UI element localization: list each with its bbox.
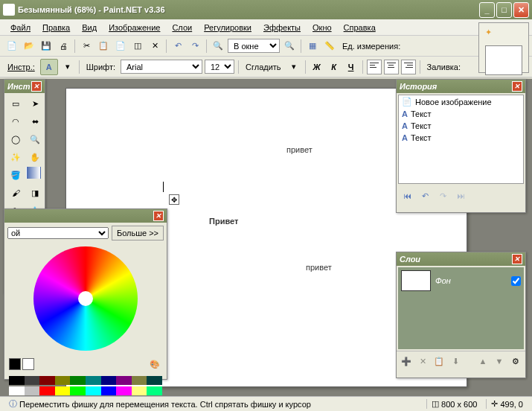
palette-swatch[interactable] — [55, 376, 71, 385]
undo-button[interactable]: ↶ — [170, 39, 185, 54]
history-first-button[interactable]: ⏮ — [400, 188, 414, 203]
menu-view[interactable]: Вид — [76, 22, 103, 34]
merge-layer-button[interactable]: ⬇ — [448, 354, 463, 369]
canvas-text-2[interactable]: Привет — [209, 217, 238, 226]
new-file-button[interactable]: 📄 — [4, 39, 19, 54]
palette-swatch[interactable] — [9, 386, 25, 395]
menu-file[interactable]: Файл — [4, 22, 36, 34]
zoom-select[interactable]: В окне — [228, 39, 280, 53]
history-redo-button[interactable]: ↷ — [435, 188, 450, 203]
menu-help[interactable]: Справка — [338, 22, 382, 34]
palette-swatch[interactable] — [116, 386, 132, 395]
zoom-in-button[interactable]: 🔍 — [282, 39, 297, 54]
layers-panel-title[interactable]: Слои ✕ — [397, 252, 525, 266]
fill-tool[interactable]: 🪣 — [7, 167, 25, 183]
zoom-out-button[interactable]: 🔍 — [211, 39, 225, 54]
document-thumbnail[interactable] — [485, 45, 522, 75]
close-button[interactable]: ✕ — [513, 2, 529, 18]
menu-image[interactable]: Изображение — [103, 22, 166, 34]
layer-down-button[interactable]: ▼ — [492, 354, 507, 369]
history-item[interactable]: 📄Новое изображение — [399, 95, 523, 108]
minimize-button[interactable]: _ — [479, 2, 495, 18]
maximize-button[interactable]: □ — [496, 2, 512, 18]
layer-properties-button[interactable]: ⚙ — [508, 354, 523, 369]
palette-swatch[interactable] — [39, 376, 55, 385]
palette-swatch[interactable] — [39, 386, 55, 395]
history-undo-button[interactable]: ↶ — [417, 188, 432, 203]
history-last-button[interactable]: ⏭ — [453, 188, 468, 203]
brush-tool[interactable]: 🖌 — [7, 185, 25, 201]
rect-select-tool[interactable]: ▭ — [7, 95, 25, 112]
history-item[interactable]: AТекст — [399, 108, 523, 120]
move-tool[interactable]: ➤ — [26, 95, 44, 112]
history-panel-title[interactable]: История ✕ — [397, 80, 525, 93]
italic-button[interactable]: К — [327, 60, 342, 74]
layer-up-button[interactable]: ▲ — [475, 354, 490, 369]
menu-layers[interactable]: Слои — [166, 22, 198, 34]
history-item[interactable]: AТекст — [399, 132, 523, 144]
text-tool-icon[interactable]: A — [40, 59, 58, 75]
magic-wand-tool[interactable]: ✨ — [7, 149, 25, 165]
layer-visibility-checkbox[interactable] — [511, 276, 521, 286]
tools-panel-title[interactable]: Инст ✕ — [4, 80, 45, 93]
crop-button[interactable]: ◫ — [130, 39, 145, 54]
palette-swatch[interactable] — [70, 386, 86, 395]
redo-button[interactable]: ↷ — [188, 39, 202, 54]
menu-window[interactable]: Окно — [307, 22, 338, 34]
cut-button[interactable]: ✂ — [79, 39, 94, 54]
open-file-button[interactable]: 📂 — [22, 39, 36, 54]
colors-panel-title[interactable]: ✕ — [4, 209, 167, 223]
color-mode-select[interactable]: ой — [7, 227, 109, 239]
grid-button[interactable]: ▦ — [305, 39, 320, 54]
palette-swatch[interactable] — [9, 376, 25, 385]
paste-button[interactable]: 📄 — [113, 39, 128, 54]
underline-button[interactable]: Ч — [344, 60, 359, 74]
layers-close-button[interactable]: ✕ — [512, 254, 522, 264]
smooth-dropdown[interactable]: ▾ — [286, 60, 301, 74]
layers-list[interactable]: Фон — [398, 267, 524, 349]
print-button[interactable]: 🖨 — [56, 39, 71, 54]
palette-row-1[interactable] — [9, 376, 162, 385]
canvas-text-1[interactable]: привет — [286, 145, 313, 154]
move-handle-icon[interactable]: ✥ — [169, 194, 179, 205]
lasso-tool[interactable]: ◠ — [7, 113, 25, 130]
history-list[interactable]: 📄Новое изображение AТекст AТекст AТекст — [398, 95, 524, 184]
eraser-tool[interactable]: ◨ — [26, 185, 44, 201]
thumbnail-star-icon[interactable]: ✦ — [481, 25, 496, 39]
palette-swatch[interactable] — [55, 386, 71, 395]
palette-swatch[interactable] — [132, 386, 147, 395]
colors-close-button[interactable]: ✕ — [153, 211, 164, 221]
tools-close-button[interactable]: ✕ — [31, 81, 42, 92]
palette-swatch[interactable] — [132, 376, 147, 385]
menu-effects[interactable]: Эффекты — [257, 22, 307, 34]
history-close-button[interactable]: ✕ — [512, 81, 522, 92]
palette-swatch[interactable] — [101, 376, 117, 385]
font-size-select[interactable]: 12 — [205, 60, 234, 74]
save-button[interactable]: 💾 — [39, 39, 54, 54]
secondary-color-swatch[interactable] — [22, 358, 34, 370]
align-right-button[interactable] — [401, 60, 416, 74]
palette-swatch[interactable] — [25, 376, 40, 385]
palette-swatch[interactable] — [25, 386, 40, 395]
palette-swatch[interactable] — [70, 376, 86, 385]
palette-swatch[interactable] — [147, 386, 162, 395]
color-wheel[interactable] — [33, 246, 138, 351]
menu-edit[interactable]: Правка — [36, 22, 76, 34]
palette-swatch[interactable] — [86, 376, 101, 385]
ellipse-select-tool[interactable]: ◯ — [7, 131, 25, 147]
more-button[interactable]: Больше >> — [112, 226, 164, 240]
primary-color-swatch[interactable] — [9, 358, 21, 370]
deselect-button[interactable]: ✕ — [147, 39, 162, 54]
delete-layer-button[interactable]: ✕ — [415, 354, 430, 369]
ruler-button[interactable]: 📏 — [322, 39, 337, 54]
font-select[interactable]: Arial — [121, 60, 202, 74]
canvas-text-3[interactable]: привет — [306, 263, 332, 272]
menu-adjustments[interactable]: Регулировки — [198, 22, 257, 34]
tool-dropdown-icon[interactable]: ▾ — [60, 60, 75, 74]
palette-options-icon[interactable]: 🎨 — [147, 357, 162, 372]
palette-swatch[interactable] — [101, 386, 117, 395]
copy-button[interactable]: 📋 — [96, 39, 111, 54]
align-center-button[interactable] — [384, 60, 399, 74]
layer-item[interactable]: Фон — [398, 267, 524, 294]
palette-swatch[interactable] — [116, 376, 132, 385]
